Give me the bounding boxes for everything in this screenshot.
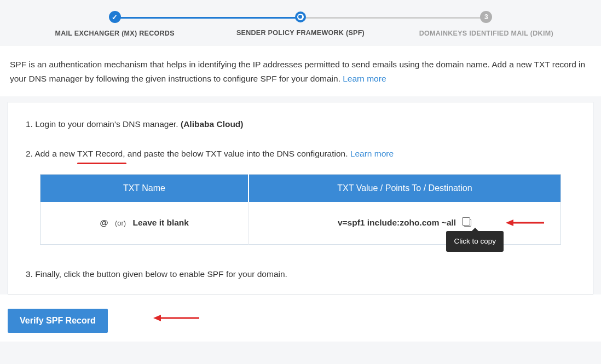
learn-more-link[interactable]: Learn more — [343, 74, 386, 83]
txt-value-cell: v=spf1 include:zoho.com ~all Click to co… — [249, 202, 561, 244]
step-dkim[interactable]: 3 DOMAINKEYS IDENTIFIED MAIL (DKIM) — [394, 11, 579, 37]
step-mx-label: MAIL EXCHANGER (MX) RECORDS — [22, 30, 207, 37]
step-dkim-circle-future: 3 — [480, 11, 492, 23]
svg-marker-3 — [153, 315, 161, 321]
annotation-arrow-icon — [506, 218, 545, 228]
check-icon: ✓ — [112, 14, 118, 21]
txt-name-cell: @ (or) Leave it blank — [41, 202, 249, 244]
annotation-arrow-icon — [153, 313, 200, 323]
or-text: (or) — [115, 219, 126, 227]
table-row: @ (or) Leave it blank v=spf1 include:zoh… — [41, 202, 561, 244]
step1-text: 1. Login to your domain's DNS manager. — [26, 119, 181, 129]
step-spf-label: SENDER POLICY FRAMEWORK (SPF) — [207, 29, 393, 37]
instruction-step-2: 2. Add a new TXT Record, and paste the b… — [26, 147, 575, 244]
step-mx[interactable]: ✓ MAIL EXCHANGER (MX) RECORDS — [22, 11, 207, 37]
learn-more-link[interactable]: Learn more — [350, 149, 394, 158]
step2-suffix: and paste the below TXT value into the D… — [125, 149, 350, 158]
spf-value: v=spf1 include:zoho.com ~all — [338, 218, 456, 227]
svg-marker-1 — [506, 219, 513, 226]
instruction-step-1: 1. Login to your domain's DNS manager. (… — [26, 118, 575, 131]
instructions-panel: 1. Login to your domain's DNS manager. (… — [8, 102, 593, 295]
step2-prefix: 2. Add a new — [26, 149, 77, 158]
step-connector — [115, 17, 300, 19]
at-symbol: @ — [100, 218, 108, 227]
instruction-step-3: 3. Finally, click the button given below… — [26, 268, 575, 281]
txt-name-header: TXT Name — [41, 175, 249, 202]
step-spf[interactable]: SENDER POLICY FRAMEWORK (SPF) — [207, 11, 393, 37]
step-spf-circle-active — [295, 11, 306, 22]
step-dkim-label: DOMAINKEYS IDENTIFIED MAIL (DKIM) — [394, 30, 579, 37]
progress-stepper: ✓ MAIL EXCHANGER (MX) RECORDS SENDER POL… — [0, 0, 601, 45]
spf-description: SPF is an authentication mechanism that … — [0, 45, 601, 96]
step-mx-circle-done: ✓ — [109, 11, 121, 23]
spf-record-table: TXT Name TXT Value / Points To / Destina… — [40, 174, 561, 244]
copy-icon[interactable] — [464, 219, 471, 227]
txt-value-header: TXT Value / Points To / Destination — [249, 175, 561, 202]
spf-description-text: SPF is an authentication mechanism that … — [10, 60, 585, 83]
step-connector — [300, 17, 486, 19]
verify-row: Verify SPF Record — [0, 294, 601, 342]
leave-blank-text: Leave it blank — [132, 218, 189, 227]
verify-spf-button[interactable]: Verify SPF Record — [8, 309, 108, 333]
txt-record-emphasis: TXT Record, — [77, 147, 125, 161]
dns-provider-name: (Alibaba Cloud) — [181, 119, 244, 129]
copy-tooltip: Click to copy — [446, 231, 504, 252]
